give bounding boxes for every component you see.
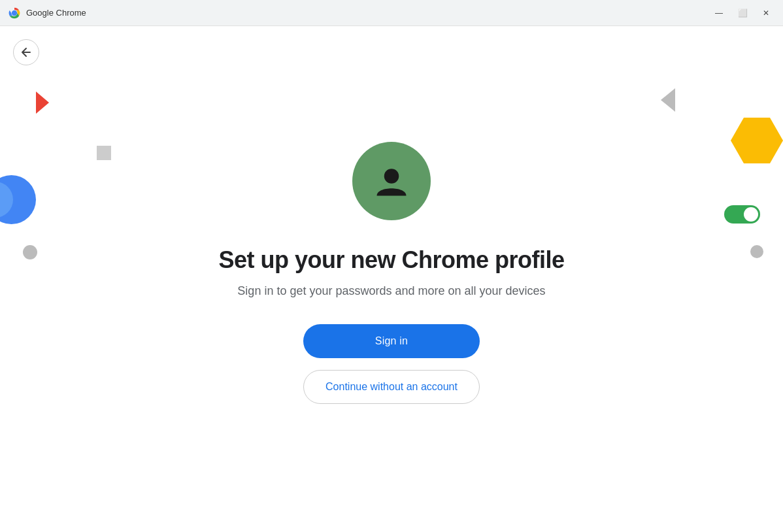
- back-arrow-icon: [20, 46, 32, 58]
- center-content: Set up your new Chrome profile Sign in t…: [218, 142, 564, 404]
- sign-in-button[interactable]: Sign in: [303, 324, 480, 358]
- gray-circle-left-decoration: [23, 245, 37, 259]
- chrome-logo-icon: [8, 7, 21, 20]
- gray-square-decoration: [97, 146, 111, 160]
- titlebar-title: Google Chrome: [26, 8, 86, 18]
- blue-circles-decoration: [0, 175, 36, 224]
- svg-point-0: [12, 10, 17, 15]
- gray-triangle-decoration: [661, 88, 675, 112]
- titlebar-left: Google Chrome: [8, 7, 86, 20]
- page-title: Set up your new Chrome profile: [218, 246, 564, 274]
- main-content: Set up your new Chrome profile Sign in t…: [0, 26, 783, 532]
- titlebar: Google Chrome — ⬜ ✕: [0, 0, 783, 26]
- close-button[interactable]: ✕: [757, 4, 775, 22]
- avatar: [352, 142, 431, 220]
- green-toggle-decoration: [724, 205, 760, 224]
- continue-without-account-button[interactable]: Continue without an account: [303, 370, 480, 404]
- yellow-hexagon-decoration: [731, 118, 783, 163]
- minimize-button[interactable]: —: [710, 4, 728, 22]
- gray-circle-right-decoration: [750, 245, 763, 258]
- person-icon: [372, 161, 411, 201]
- page-subtitle: Sign in to get your passwords and more o…: [237, 284, 545, 298]
- titlebar-controls: — ⬜ ✕: [710, 4, 775, 22]
- maximize-button[interactable]: ⬜: [733, 4, 752, 22]
- back-button[interactable]: [13, 39, 39, 65]
- svg-point-1: [384, 169, 399, 184]
